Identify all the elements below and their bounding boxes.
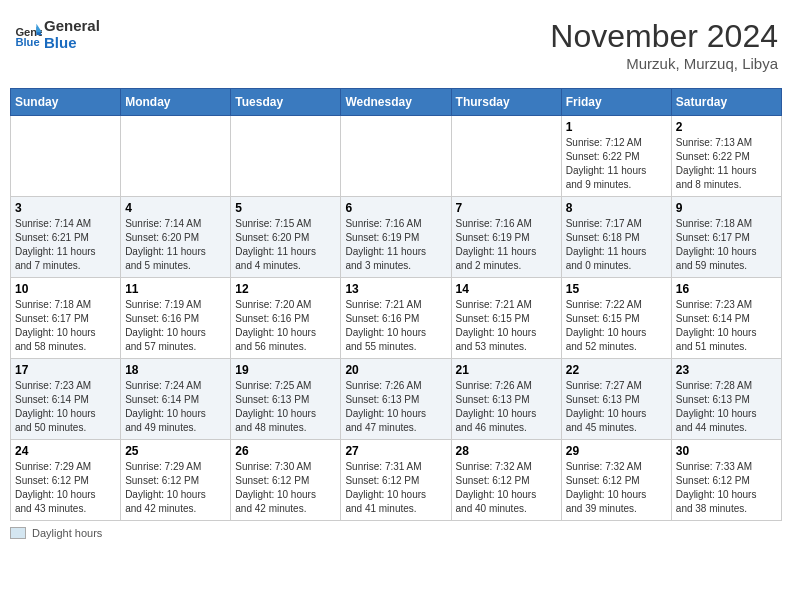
- day-info: Sunrise: 7:30 AM Sunset: 6:12 PM Dayligh…: [235, 460, 336, 516]
- calendar-day: 1Sunrise: 7:12 AM Sunset: 6:22 PM Daylig…: [561, 116, 671, 197]
- calendar-day: 5Sunrise: 7:15 AM Sunset: 6:20 PM Daylig…: [231, 197, 341, 278]
- calendar-header-row: SundayMondayTuesdayWednesdayThursdayFrid…: [11, 89, 782, 116]
- calendar-week-2: 3Sunrise: 7:14 AM Sunset: 6:21 PM Daylig…: [11, 197, 782, 278]
- logo-general-text: General: [44, 18, 100, 35]
- calendar-day: 23Sunrise: 7:28 AM Sunset: 6:13 PM Dayli…: [671, 359, 781, 440]
- day-number: 27: [345, 444, 446, 458]
- day-info: Sunrise: 7:24 AM Sunset: 6:14 PM Dayligh…: [125, 379, 226, 435]
- day-info: Sunrise: 7:19 AM Sunset: 6:16 PM Dayligh…: [125, 298, 226, 354]
- day-number: 10: [15, 282, 116, 296]
- day-number: 9: [676, 201, 777, 215]
- day-number: 28: [456, 444, 557, 458]
- calendar-week-4: 17Sunrise: 7:23 AM Sunset: 6:14 PM Dayli…: [11, 359, 782, 440]
- day-info: Sunrise: 7:15 AM Sunset: 6:20 PM Dayligh…: [235, 217, 336, 273]
- day-number: 5: [235, 201, 336, 215]
- day-info: Sunrise: 7:27 AM Sunset: 6:13 PM Dayligh…: [566, 379, 667, 435]
- day-number: 20: [345, 363, 446, 377]
- logo: General Blue General Blue: [14, 18, 100, 51]
- calendar-day: 11Sunrise: 7:19 AM Sunset: 6:16 PM Dayli…: [121, 278, 231, 359]
- calendar-day: 2Sunrise: 7:13 AM Sunset: 6:22 PM Daylig…: [671, 116, 781, 197]
- day-number: 8: [566, 201, 667, 215]
- title-block: November 2024 Murzuk, Murzuq, Libya: [550, 18, 778, 72]
- calendar-day: 20Sunrise: 7:26 AM Sunset: 6:13 PM Dayli…: [341, 359, 451, 440]
- calendar-header-saturday: Saturday: [671, 89, 781, 116]
- day-info: Sunrise: 7:26 AM Sunset: 6:13 PM Dayligh…: [456, 379, 557, 435]
- day-info: Sunrise: 7:13 AM Sunset: 6:22 PM Dayligh…: [676, 136, 777, 192]
- day-info: Sunrise: 7:14 AM Sunset: 6:21 PM Dayligh…: [15, 217, 116, 273]
- calendar-day: 14Sunrise: 7:21 AM Sunset: 6:15 PM Dayli…: [451, 278, 561, 359]
- day-number: 30: [676, 444, 777, 458]
- calendar-day: 4Sunrise: 7:14 AM Sunset: 6:20 PM Daylig…: [121, 197, 231, 278]
- day-number: 12: [235, 282, 336, 296]
- svg-text:Blue: Blue: [15, 36, 39, 48]
- calendar-week-5: 24Sunrise: 7:29 AM Sunset: 6:12 PM Dayli…: [11, 440, 782, 521]
- day-info: Sunrise: 7:26 AM Sunset: 6:13 PM Dayligh…: [345, 379, 446, 435]
- day-number: 18: [125, 363, 226, 377]
- calendar-day: 6Sunrise: 7:16 AM Sunset: 6:19 PM Daylig…: [341, 197, 451, 278]
- day-number: 19: [235, 363, 336, 377]
- calendar-header-monday: Monday: [121, 89, 231, 116]
- logo-icon: General Blue: [14, 21, 42, 49]
- calendar-header-tuesday: Tuesday: [231, 89, 341, 116]
- day-number: 3: [15, 201, 116, 215]
- day-info: Sunrise: 7:32 AM Sunset: 6:12 PM Dayligh…: [566, 460, 667, 516]
- calendar-day: 8Sunrise: 7:17 AM Sunset: 6:18 PM Daylig…: [561, 197, 671, 278]
- day-number: 23: [676, 363, 777, 377]
- calendar-day: 27Sunrise: 7:31 AM Sunset: 6:12 PM Dayli…: [341, 440, 451, 521]
- day-info: Sunrise: 7:23 AM Sunset: 6:14 PM Dayligh…: [676, 298, 777, 354]
- calendar-day: 30Sunrise: 7:33 AM Sunset: 6:12 PM Dayli…: [671, 440, 781, 521]
- calendar-day: [231, 116, 341, 197]
- calendar-day: 22Sunrise: 7:27 AM Sunset: 6:13 PM Dayli…: [561, 359, 671, 440]
- calendar-header-thursday: Thursday: [451, 89, 561, 116]
- day-info: Sunrise: 7:20 AM Sunset: 6:16 PM Dayligh…: [235, 298, 336, 354]
- day-number: 17: [15, 363, 116, 377]
- day-number: 1: [566, 120, 667, 134]
- day-info: Sunrise: 7:33 AM Sunset: 6:12 PM Dayligh…: [676, 460, 777, 516]
- calendar-day: 7Sunrise: 7:16 AM Sunset: 6:19 PM Daylig…: [451, 197, 561, 278]
- day-number: 14: [456, 282, 557, 296]
- day-number: 2: [676, 120, 777, 134]
- day-info: Sunrise: 7:14 AM Sunset: 6:20 PM Dayligh…: [125, 217, 226, 273]
- day-info: Sunrise: 7:32 AM Sunset: 6:12 PM Dayligh…: [456, 460, 557, 516]
- calendar-day: 24Sunrise: 7:29 AM Sunset: 6:12 PM Dayli…: [11, 440, 121, 521]
- calendar-day: 18Sunrise: 7:24 AM Sunset: 6:14 PM Dayli…: [121, 359, 231, 440]
- day-info: Sunrise: 7:23 AM Sunset: 6:14 PM Dayligh…: [15, 379, 116, 435]
- calendar-header-friday: Friday: [561, 89, 671, 116]
- calendar-day: 29Sunrise: 7:32 AM Sunset: 6:12 PM Dayli…: [561, 440, 671, 521]
- month-year: November 2024: [550, 18, 778, 55]
- day-info: Sunrise: 7:22 AM Sunset: 6:15 PM Dayligh…: [566, 298, 667, 354]
- day-number: 24: [15, 444, 116, 458]
- day-number: 4: [125, 201, 226, 215]
- day-info: Sunrise: 7:28 AM Sunset: 6:13 PM Dayligh…: [676, 379, 777, 435]
- calendar-day: 28Sunrise: 7:32 AM Sunset: 6:12 PM Dayli…: [451, 440, 561, 521]
- day-number: 25: [125, 444, 226, 458]
- day-info: Sunrise: 7:18 AM Sunset: 6:17 PM Dayligh…: [15, 298, 116, 354]
- calendar-day: 19Sunrise: 7:25 AM Sunset: 6:13 PM Dayli…: [231, 359, 341, 440]
- legend: Daylight hours: [10, 527, 782, 539]
- day-number: 26: [235, 444, 336, 458]
- calendar-week-1: 1Sunrise: 7:12 AM Sunset: 6:22 PM Daylig…: [11, 116, 782, 197]
- calendar-day: 15Sunrise: 7:22 AM Sunset: 6:15 PM Dayli…: [561, 278, 671, 359]
- day-number: 7: [456, 201, 557, 215]
- day-info: Sunrise: 7:21 AM Sunset: 6:15 PM Dayligh…: [456, 298, 557, 354]
- calendar-header-sunday: Sunday: [11, 89, 121, 116]
- calendar-day: 12Sunrise: 7:20 AM Sunset: 6:16 PM Dayli…: [231, 278, 341, 359]
- calendar-header-wednesday: Wednesday: [341, 89, 451, 116]
- day-info: Sunrise: 7:25 AM Sunset: 6:13 PM Dayligh…: [235, 379, 336, 435]
- day-number: 6: [345, 201, 446, 215]
- day-info: Sunrise: 7:29 AM Sunset: 6:12 PM Dayligh…: [125, 460, 226, 516]
- calendar-day: [341, 116, 451, 197]
- calendar-week-3: 10Sunrise: 7:18 AM Sunset: 6:17 PM Dayli…: [11, 278, 782, 359]
- calendar-day: [121, 116, 231, 197]
- calendar-day: 25Sunrise: 7:29 AM Sunset: 6:12 PM Dayli…: [121, 440, 231, 521]
- legend-box: [10, 527, 26, 539]
- day-info: Sunrise: 7:12 AM Sunset: 6:22 PM Dayligh…: [566, 136, 667, 192]
- day-info: Sunrise: 7:31 AM Sunset: 6:12 PM Dayligh…: [345, 460, 446, 516]
- calendar-table: SundayMondayTuesdayWednesdayThursdayFrid…: [10, 88, 782, 521]
- calendar-day: 17Sunrise: 7:23 AM Sunset: 6:14 PM Dayli…: [11, 359, 121, 440]
- calendar-day: 16Sunrise: 7:23 AM Sunset: 6:14 PM Dayli…: [671, 278, 781, 359]
- calendar-day: 9Sunrise: 7:18 AM Sunset: 6:17 PM Daylig…: [671, 197, 781, 278]
- calendar-day: [451, 116, 561, 197]
- calendar-day: [11, 116, 121, 197]
- calendar-day: 26Sunrise: 7:30 AM Sunset: 6:12 PM Dayli…: [231, 440, 341, 521]
